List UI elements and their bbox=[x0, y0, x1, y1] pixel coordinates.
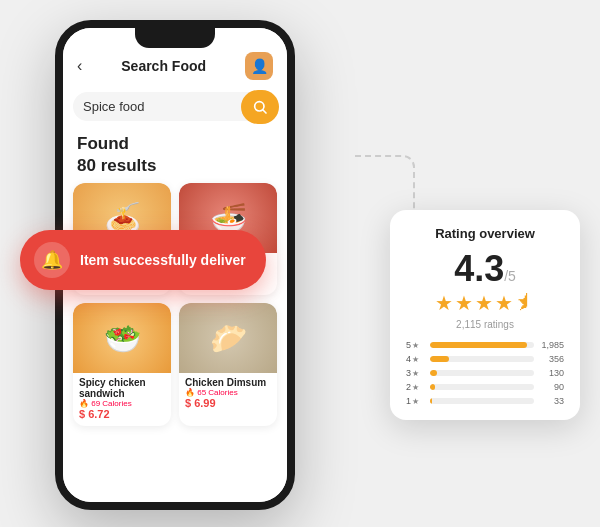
star-4-icon: ★ bbox=[495, 291, 513, 315]
phone-notch bbox=[135, 28, 215, 48]
bar-label-3: 3★ bbox=[406, 368, 426, 378]
bar-fill-5 bbox=[430, 342, 527, 348]
toast-bell-icon: 🔔 bbox=[34, 242, 70, 278]
bar-count-3: 130 bbox=[538, 368, 564, 378]
rating-score-display: 4.3/5 bbox=[406, 251, 564, 287]
rating-card: Rating overview 4.3/5 ★ ★ ★ ★ ⯨ 2,115 ra… bbox=[390, 210, 580, 420]
food-calories: 🔥 65 Calories bbox=[185, 388, 271, 397]
page-title: Search Food bbox=[121, 58, 206, 74]
rating-denom: /5 bbox=[504, 268, 516, 284]
food-image-sandwich: 🥗 bbox=[73, 303, 171, 373]
rating-bars: 5★ 1,985 4★ 356 3★ 130 2★ 90 1★ bbox=[406, 340, 564, 406]
food-card-dimsum[interactable]: 🥟 Chicken Dimsum 🔥 65 Calories $ 6.99 bbox=[179, 303, 277, 426]
bar-label-4: 4★ bbox=[406, 354, 426, 364]
rating-bar-row-1: 1★ 33 bbox=[406, 396, 564, 406]
rating-bar-row-5: 5★ 1,985 bbox=[406, 340, 564, 350]
svg-line-1 bbox=[263, 110, 266, 113]
rating-bar-row-3: 3★ 130 bbox=[406, 368, 564, 378]
food-calories: 🔥 69 Calories bbox=[79, 399, 165, 408]
bar-track-1 bbox=[430, 398, 534, 404]
search-bar[interactable]: Spice food bbox=[73, 92, 277, 121]
rating-title: Rating overview bbox=[406, 226, 564, 241]
bar-count-5: 1,985 bbox=[538, 340, 564, 350]
star-2-icon: ★ bbox=[455, 291, 473, 315]
food-name: Spicy chicken sandwich bbox=[79, 377, 165, 399]
results-label: Found 80 results bbox=[63, 129, 287, 183]
stars-row: ★ ★ ★ ★ ⯨ bbox=[406, 291, 564, 315]
bar-count-2: 90 bbox=[538, 382, 564, 392]
bar-fill-2 bbox=[430, 384, 435, 390]
bar-fill-1 bbox=[430, 398, 432, 404]
bar-track-5 bbox=[430, 342, 534, 348]
bar-track-2 bbox=[430, 384, 534, 390]
food-name: Chicken Dimsum bbox=[185, 377, 271, 388]
bar-fill-3 bbox=[430, 370, 437, 376]
bar-track-3 bbox=[430, 370, 534, 376]
rating-count: 2,115 ratings bbox=[406, 319, 564, 330]
rating-bar-row-4: 4★ 356 bbox=[406, 354, 564, 364]
search-bar-wrapper: Spice food bbox=[63, 88, 287, 129]
search-button[interactable] bbox=[241, 90, 279, 124]
star-1-icon: ★ bbox=[435, 291, 453, 315]
search-input[interactable]: Spice food bbox=[83, 99, 267, 114]
bar-count-1: 33 bbox=[538, 396, 564, 406]
bar-fill-4 bbox=[430, 356, 449, 362]
star-3-icon: ★ bbox=[475, 291, 493, 315]
food-grid: 🍝 Egg Pasta 🔥 95 Calories $ 9.20 🍜 Dan N… bbox=[63, 183, 287, 426]
bar-track-4 bbox=[430, 356, 534, 362]
back-button[interactable]: ‹ bbox=[77, 57, 82, 75]
rating-score-number: 4.3 bbox=[454, 248, 504, 289]
bar-label-1: 1★ bbox=[406, 396, 426, 406]
star-half-icon: ⯨ bbox=[515, 291, 535, 315]
toast-message: Item successfully deliver bbox=[80, 252, 246, 268]
toast-notification: 🔔 Item successfully deliver bbox=[20, 230, 266, 290]
rating-bar-row-2: 2★ 90 bbox=[406, 382, 564, 392]
food-card-sandwich[interactable]: 🥗 Spicy chicken sandwich 🔥 69 Calories $… bbox=[73, 303, 171, 426]
bar-count-4: 356 bbox=[538, 354, 564, 364]
bar-label-2: 2★ bbox=[406, 382, 426, 392]
food-image-dimsum: 🥟 bbox=[179, 303, 277, 373]
food-price: $ 6.72 bbox=[79, 408, 165, 420]
avatar[interactable]: 👤 bbox=[245, 52, 273, 80]
food-price: $ 6.99 bbox=[185, 397, 271, 409]
bar-label-5: 5★ bbox=[406, 340, 426, 350]
